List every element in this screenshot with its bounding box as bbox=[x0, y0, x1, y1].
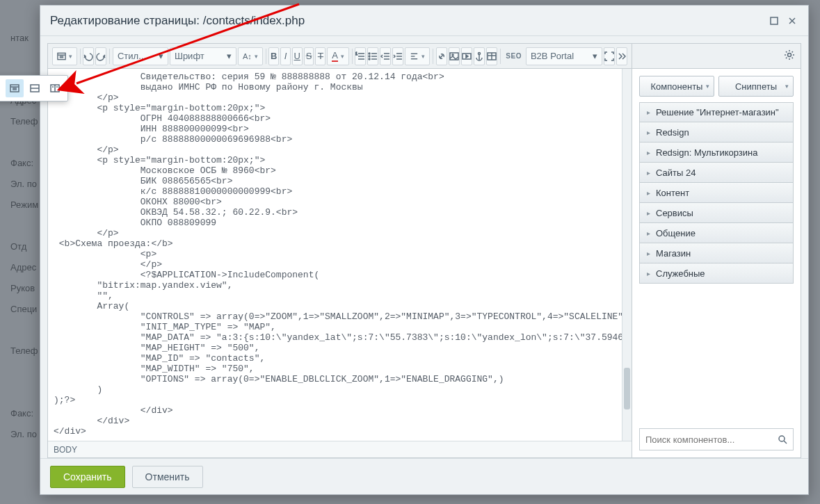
align-icon bbox=[410, 51, 419, 61]
seo-button[interactable]: SEO bbox=[503, 47, 524, 65]
indent-button[interactable] bbox=[392, 47, 403, 65]
svg-point-27 bbox=[452, 54, 453, 56]
mode-code[interactable] bbox=[6, 79, 24, 97]
align-button[interactable]: ▾ bbox=[405, 47, 430, 65]
component-tree: Решение "Интернет-магазин"RedsignRedsign… bbox=[639, 102, 794, 284]
table-icon bbox=[487, 51, 497, 61]
svg-rect-0 bbox=[771, 17, 778, 24]
seo-icon: SEO bbox=[506, 52, 522, 60]
right-toolbar bbox=[632, 44, 801, 69]
svg-point-35 bbox=[788, 53, 791, 56]
underline-icon: U bbox=[294, 51, 300, 61]
anchor-icon bbox=[474, 51, 484, 61]
close-icon[interactable] bbox=[786, 15, 798, 27]
view-mode-button[interactable]: ▾ bbox=[52, 47, 77, 65]
tree-item-label: Магазин bbox=[656, 248, 691, 259]
code-view-icon bbox=[57, 51, 66, 61]
italic-button[interactable]: I bbox=[280, 47, 291, 65]
tree-item[interactable]: Служебные bbox=[639, 263, 794, 284]
unordered-list-button[interactable] bbox=[367, 47, 378, 65]
dom-path: BODY bbox=[54, 445, 77, 455]
ul-icon bbox=[368, 51, 378, 61]
svg-point-13 bbox=[369, 58, 370, 60]
gear-icon[interactable] bbox=[784, 49, 795, 63]
tab-components[interactable]: Компоненты▾ bbox=[639, 76, 714, 97]
save-button[interactable]: Сохранить bbox=[50, 466, 125, 488]
scroll-thumb[interactable] bbox=[624, 368, 630, 409]
editor-column: ▾ Стил...▾ Шрифт▾ A↕▾ bbox=[47, 43, 632, 458]
underline-button[interactable]: U bbox=[292, 47, 303, 65]
more-icon bbox=[617, 51, 627, 61]
ordered-list-button[interactable]: 1 bbox=[355, 47, 366, 65]
split-h-icon bbox=[30, 83, 40, 93]
tree-item-label: Redsign: Мультикорзина bbox=[656, 147, 757, 158]
tree-item[interactable]: Сайты 24 bbox=[639, 163, 794, 183]
text-color-button[interactable]: A▾ bbox=[327, 47, 349, 65]
svg-text:1: 1 bbox=[355, 51, 357, 56]
image-button[interactable] bbox=[449, 47, 460, 65]
strike-button[interactable]: S bbox=[304, 47, 314, 65]
clear-format-button[interactable]: T̶ bbox=[315, 47, 325, 65]
tree-item-label: Контент bbox=[656, 188, 689, 198]
mode-visual[interactable] bbox=[0, 79, 3, 97]
dialog-footer: Сохранить Отменить bbox=[40, 458, 808, 494]
svg-point-30 bbox=[478, 52, 480, 54]
tab-snippets[interactable]: Сниппеты▾ bbox=[718, 76, 794, 97]
tree-item[interactable]: Сервисы bbox=[639, 203, 794, 223]
image-icon bbox=[449, 51, 459, 61]
svg-point-12 bbox=[369, 56, 370, 57]
cancel-button[interactable]: Отменить bbox=[132, 466, 203, 488]
maximize-icon[interactable] bbox=[768, 15, 780, 27]
outdent-icon bbox=[380, 51, 390, 61]
indent-icon bbox=[393, 51, 403, 61]
components-panel: Компоненты▾ Сниппеты▾ Решение "Интернет-… bbox=[632, 43, 801, 458]
style-select[interactable]: Стил...▾ bbox=[113, 47, 168, 65]
bold-button[interactable]: B bbox=[268, 47, 279, 65]
tree-item-label: Служебные bbox=[656, 268, 705, 279]
font-size-icon: A↕ bbox=[243, 52, 252, 60]
tree-item-label: Общение bbox=[656, 228, 696, 238]
svg-line-37 bbox=[784, 441, 787, 444]
bold-icon: B bbox=[271, 51, 277, 61]
outdent-button[interactable] bbox=[380, 47, 391, 65]
clear-format-icon: T̶ bbox=[318, 51, 323, 61]
status-bar: BODY bbox=[48, 441, 632, 457]
tree-item[interactable]: Магазин bbox=[639, 243, 794, 263]
undo-icon bbox=[83, 51, 93, 61]
tree-item[interactable]: Redsign bbox=[639, 122, 794, 143]
tree-item[interactable]: Redsign: Мультикорзина bbox=[639, 143, 794, 163]
link-button[interactable] bbox=[436, 47, 447, 65]
fullscreen-button[interactable] bbox=[604, 47, 615, 65]
vertical-scrollbar[interactable] bbox=[622, 69, 632, 441]
redo-button[interactable] bbox=[95, 47, 106, 65]
video-button[interactable] bbox=[461, 47, 472, 65]
table-button[interactable] bbox=[486, 47, 497, 65]
svg-marker-29 bbox=[466, 55, 468, 58]
anchor-button[interactable] bbox=[474, 47, 485, 65]
font-size-button[interactable]: A↕▾ bbox=[238, 47, 263, 65]
search-icon bbox=[778, 434, 787, 444]
fullscreen-icon bbox=[604, 51, 614, 61]
tree-item-label: Redsign bbox=[656, 127, 689, 138]
link-icon bbox=[437, 51, 447, 61]
component-search[interactable] bbox=[639, 428, 794, 450]
tree-item[interactable]: Решение "Интернет-магазин" bbox=[639, 102, 794, 122]
tree-item[interactable]: Контент bbox=[639, 183, 794, 203]
italic-icon: I bbox=[284, 51, 287, 61]
strike-icon: S bbox=[306, 51, 312, 61]
text-color-icon: A bbox=[332, 50, 338, 62]
code-editor[interactable] bbox=[48, 69, 632, 441]
font-select[interactable]: Шрифт▾ bbox=[170, 47, 236, 65]
mode-split-h[interactable] bbox=[26, 79, 44, 97]
mode-split-v[interactable] bbox=[46, 79, 64, 97]
template-select[interactable]: B2B Portal▾ bbox=[526, 47, 602, 65]
more-button[interactable] bbox=[616, 47, 627, 65]
search-input[interactable] bbox=[645, 434, 778, 445]
view-mode-dropdown bbox=[0, 75, 68, 101]
editor-toolbar: ▾ Стил...▾ Шрифт▾ A↕▾ bbox=[48, 44, 632, 69]
undo-button[interactable] bbox=[83, 47, 94, 65]
code-area-wrap bbox=[48, 69, 632, 441]
tree-item[interactable]: Общение bbox=[639, 223, 794, 243]
redo-icon bbox=[96, 51, 106, 61]
svg-point-36 bbox=[779, 436, 785, 441]
